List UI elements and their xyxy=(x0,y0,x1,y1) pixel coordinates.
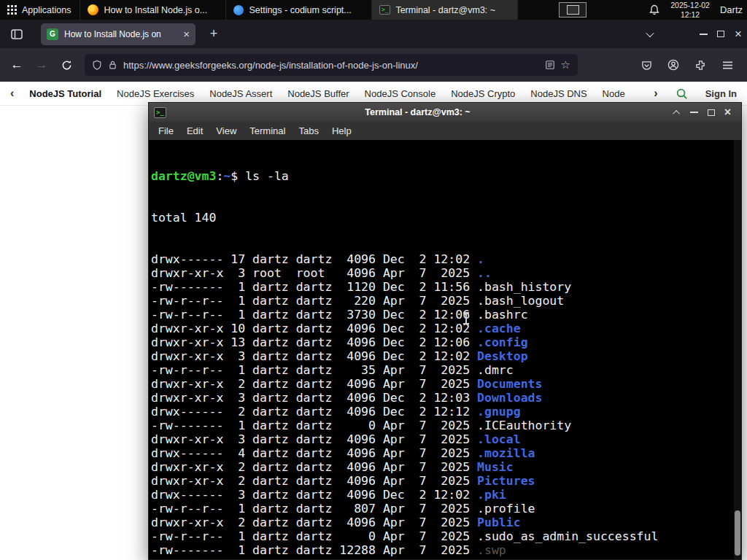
menu-edit[interactable]: Edit xyxy=(180,125,209,136)
directory-name: .pki xyxy=(477,488,506,502)
tracking-shield-icon[interactable] xyxy=(92,60,102,71)
nav-link-nodejs-console[interactable]: NodeJS Console xyxy=(365,88,436,99)
nav-link-node-truncated[interactable]: Node xyxy=(603,88,625,99)
terminal-window-controls: × xyxy=(669,104,736,120)
menu-hamburger-icon[interactable] xyxy=(716,54,738,76)
reader-view-icon[interactable] xyxy=(545,60,555,70)
menu-file[interactable]: File xyxy=(152,125,180,136)
taskbar-item-terminal[interactable]: >_ Terminal - dartz@vm3: ~ xyxy=(372,0,518,20)
terminal-output-line: drwxr-xr-x 10 dartz dartz 4096 Dec 2 12:… xyxy=(151,322,741,335)
url-text[interactable]: https://www.geeksforgeeks.org/node-js/in… xyxy=(123,60,539,71)
terminal-output-line: drwx------ 3 dartz dartz 4096 Dec 2 12:0… xyxy=(151,488,741,502)
nav-link-nodejs-crypto[interactable]: NodeJS Crypto xyxy=(451,88,515,99)
nav-link-nodejs-tutorial[interactable]: NodeJS Tutorial xyxy=(29,88,101,99)
tab-close-icon[interactable]: × xyxy=(183,28,190,39)
maximize-button[interactable] xyxy=(703,104,719,120)
file-name: .bash_logout xyxy=(477,294,564,308)
nav-link-nodejs-buffer[interactable]: NodeJS Buffer xyxy=(287,88,349,99)
window-minimize-button[interactable] xyxy=(694,26,712,43)
nav-scroll-left-icon[interactable]: ‹ xyxy=(10,88,14,99)
scrollbar-thumb[interactable] xyxy=(735,510,740,556)
directory-name: Templates xyxy=(477,557,542,559)
bookmark-star-icon[interactable]: ☆ xyxy=(561,58,570,71)
terminal-icon: >_ xyxy=(379,5,390,15)
ls-columns: drwxr-xr-x 3 root root 4096 Apr 7 2025 xyxy=(151,266,477,280)
nav-link-nodejs-dns[interactable]: NodeJS DNS xyxy=(530,88,587,99)
workspace-window-icon xyxy=(567,5,579,15)
file-name: .bash_history xyxy=(477,280,571,294)
back-button[interactable]: ← xyxy=(6,54,28,76)
terminal-titlebar[interactable]: >_ Terminal - dartz@vm3: ~ × xyxy=(149,103,741,122)
extensions-icon[interactable] xyxy=(689,54,711,76)
directory-name: .mozilla xyxy=(477,446,535,460)
applications-grid-icon xyxy=(7,5,17,15)
ls-columns: drwxr-xr-x 13 dartz dartz 4096 Dec 2 12:… xyxy=(151,335,477,349)
sign-in-button[interactable]: Sign In xyxy=(705,88,737,99)
directory-name: Documents xyxy=(477,377,542,391)
clock[interactable]: 2025-12-02 12:12 xyxy=(670,1,710,19)
panel-status-area: 2025-12-02 12:12 Dartz xyxy=(649,1,747,19)
gfg-favicon: G xyxy=(47,28,58,40)
terminal-window: >_ Terminal - dartz@vm3: ~ × File Edit V… xyxy=(148,102,742,560)
prompt-cwd: ~ xyxy=(223,169,231,183)
taskbar-item-browser[interactable]: How to Install Node.js o... xyxy=(80,0,226,20)
account-icon[interactable] xyxy=(662,54,684,76)
file-name: .dmrc xyxy=(477,363,514,377)
ls-columns: drwxr-xr-x 2 dartz dartz 4096 Apr 7 2025 xyxy=(151,377,477,391)
ls-columns: -rw------- 1 dartz dartz 0 Apr 7 2025 xyxy=(151,419,477,432)
file-name: .sudo_as_admin_successful xyxy=(477,529,658,543)
file-name: .swp xyxy=(477,543,506,557)
tab-title: How to Install Node.js on xyxy=(64,29,177,39)
taskbar-item-settings[interactable]: Settings - codium script... xyxy=(226,0,372,20)
pocket-icon[interactable] xyxy=(635,54,657,76)
firefox-view-icon[interactable] xyxy=(6,24,28,44)
ls-columns: drwxr-xr-x 3 dartz dartz 4096 Dec 2 12:0… xyxy=(151,391,477,405)
terminal-output-line: -rw------- 1 dartz dartz 12288 Apr 7 202… xyxy=(151,543,741,557)
ls-columns: drwx------ 17 dartz dartz 4096 Dec 2 12:… xyxy=(151,252,477,266)
ls-columns: -rw-r--r-- 1 dartz dartz 35 Apr 7 2025 xyxy=(151,363,477,377)
terminal-icon: >_ xyxy=(154,107,166,118)
address-bar[interactable]: https://www.geeksforgeeks.org/node-js/in… xyxy=(85,54,578,76)
tab-bar: G How to Install Node.js on × + × xyxy=(0,20,747,48)
applications-menu[interactable]: Applications xyxy=(0,0,80,20)
ls-columns: drwxr-xr-x 10 dartz dartz 4096 Dec 2 12:… xyxy=(151,322,477,335)
list-tabs-chevron-icon[interactable] xyxy=(640,25,659,44)
directory-name: .local xyxy=(477,432,521,446)
minimize-button[interactable] xyxy=(686,104,703,120)
firefox-icon xyxy=(88,4,98,15)
close-button[interactable]: × xyxy=(719,104,736,120)
terminal-output-line: -rw-r--r-- 1 dartz dartz 3730 Dec 2 12:0… xyxy=(151,308,741,322)
ls-columns: drwx------ 3 dartz dartz 4096 Dec 2 12:0… xyxy=(151,488,477,502)
nav-link-nodejs-assert[interactable]: NodeJS Assert xyxy=(209,88,272,99)
reload-button[interactable] xyxy=(55,54,77,76)
new-tab-button[interactable]: + xyxy=(204,26,223,42)
terminal-output-line: drwx------ 2 dartz dartz 4096 Dec 2 12:1… xyxy=(151,405,741,419)
codium-icon xyxy=(233,5,244,15)
workspace-switcher[interactable] xyxy=(559,2,587,18)
ls-columns: -rw------- 1 dartz dartz 12288 Apr 7 202… xyxy=(151,543,477,557)
directory-name: .config xyxy=(477,335,528,349)
shade-button[interactable] xyxy=(669,104,686,120)
forward-button: → xyxy=(31,54,53,76)
ls-columns: drwxr-xr-x 3 dartz dartz 4096 Apr 7 2025 xyxy=(151,432,477,446)
terminal-output-line: drwxr-xr-x 2 dartz dartz 4096 Apr 7 2025… xyxy=(151,377,741,391)
prompt-user-host: dartz@vm3 xyxy=(151,169,216,183)
lock-icon[interactable] xyxy=(108,60,117,70)
active-tab[interactable]: G How to Install Node.js on × xyxy=(41,23,196,45)
terminal-scrollbar[interactable] xyxy=(734,140,741,559)
menu-terminal[interactable]: Terminal xyxy=(243,125,292,136)
search-icon[interactable] xyxy=(676,88,688,100)
menu-help[interactable]: Help xyxy=(325,125,358,136)
terminal-output-line: drwxr-xr-x 2 dartz dartz 4096 Apr 7 2025… xyxy=(151,474,741,488)
terminal-output-line: -rw------- 1 dartz dartz 0 Apr 7 2025 .I… xyxy=(151,419,741,432)
menu-view[interactable]: View xyxy=(209,125,243,136)
terminal-output-line: drwxr-xr-x 3 root root 4096 Apr 7 2025 .… xyxy=(151,266,741,280)
window-close-button[interactable]: × xyxy=(729,26,747,43)
taskbar-item-label: Settings - codium script... xyxy=(249,5,351,15)
nav-scroll-right-icon[interactable]: › xyxy=(654,88,657,99)
window-maximize-button[interactable] xyxy=(712,26,729,43)
notification-bell-icon[interactable] xyxy=(649,4,660,16)
terminal-output[interactable]: dartz@vm3:~$ ls -la total 140 drwx------… xyxy=(149,140,741,559)
menu-tabs[interactable]: Tabs xyxy=(292,125,325,136)
nav-link-nodejs-exercises[interactable]: NodeJS Exercises xyxy=(117,88,194,99)
